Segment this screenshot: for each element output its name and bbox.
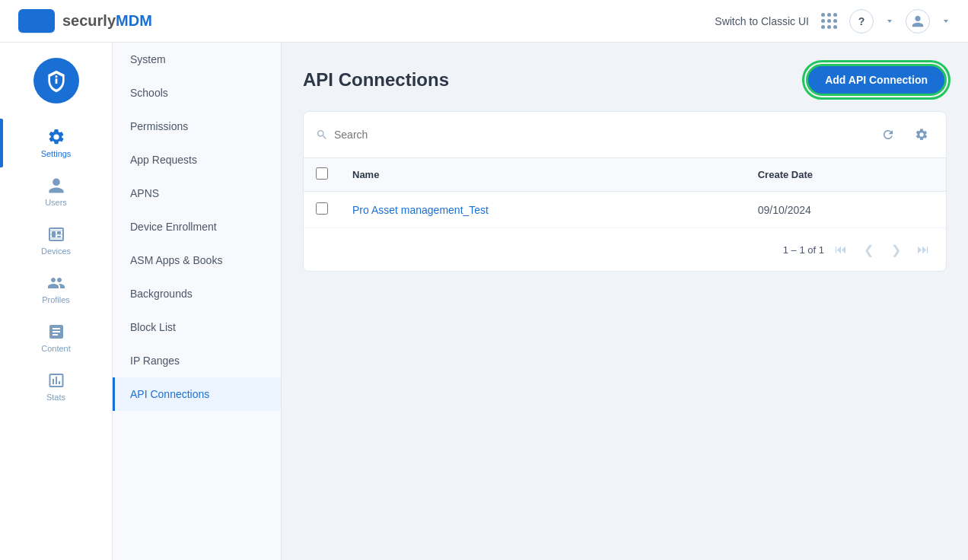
settings-button[interactable] (909, 123, 934, 147)
svg-rect-0 (52, 231, 56, 237)
search-bar-actions (876, 123, 934, 147)
brand-logo: securlyMDM (18, 9, 152, 33)
menu-item-asm-apps-books[interactable]: ASM Apps & Books (113, 243, 281, 277)
sidebar-item-content[interactable]: Content (0, 313, 112, 362)
svg-rect-1 (57, 231, 61, 234)
menu-item-ip-ranges[interactable]: IP Ranges (113, 344, 281, 377)
row-checkbox[interactable] (316, 202, 328, 215)
menu-item-apns[interactable]: APNS (113, 177, 281, 210)
pagination-prev-button[interactable]: ❮ (858, 239, 879, 260)
sidebar-item-settings[interactable]: Settings (0, 119, 112, 167)
refresh-icon (881, 128, 895, 142)
pagination-last-button[interactable]: ⏭ (912, 239, 934, 260)
menu-item-backgrounds[interactable]: Backgrounds (113, 277, 281, 310)
menu-item-device-enrollment[interactable]: Device Enrollment (113, 210, 281, 243)
help-chevron-icon (886, 18, 893, 25)
gear-icon (915, 128, 928, 142)
table-header-row: Name Create Date (304, 158, 946, 192)
switch-classic-link[interactable]: Switch to Classic UI (715, 15, 809, 27)
menu-item-app-requests[interactable]: App Requests (113, 143, 281, 177)
column-header-name: Name (340, 158, 746, 192)
pagination-first-button[interactable]: ⏮ (830, 239, 852, 260)
icon-sidebar: Settings Users Devices Profil (0, 43, 113, 560)
column-header-create-date: Create Date (746, 158, 946, 192)
header-checkbox-cell (304, 158, 340, 192)
sidebar-item-stats[interactable]: Stats (0, 362, 112, 411)
users-icon (47, 177, 65, 195)
select-all-checkbox[interactable] (316, 167, 328, 180)
user-chevron-icon (942, 18, 950, 25)
svg-rect-2 (57, 236, 61, 237)
sidebar-item-profiles[interactable]: Profiles (0, 265, 112, 313)
menu-item-schools[interactable]: Schools (113, 76, 281, 110)
sidebar-item-settings-label: Settings (41, 149, 72, 158)
search-icon (316, 129, 328, 141)
main-content: API Connections Add API Connection (282, 43, 968, 560)
sidebar-item-stats-label: Stats (46, 393, 65, 402)
settings-icon (47, 128, 65, 146)
sidebar-item-users[interactable]: Users (0, 167, 112, 216)
search-input[interactable] (334, 129, 870, 141)
brand-name: securlyMDM (62, 12, 152, 30)
api-connections-table: Name Create Date Pro Asset management_Te… (304, 158, 946, 228)
sidebar-item-content-label: Content (41, 344, 71, 353)
sidebar-item-devices[interactable]: Devices (0, 216, 112, 265)
menu-item-permissions[interactable]: Permissions (113, 110, 281, 143)
refresh-button[interactable] (876, 123, 900, 147)
apps-grid-icon[interactable] (821, 13, 837, 29)
stats-icon (47, 371, 65, 390)
menu-item-api-connections[interactable]: API Connections (113, 377, 281, 411)
pagination: 1 – 1 of 1 ⏮ ❮ ❯ ⏭ (304, 228, 946, 271)
api-connections-table-card: Name Create Date Pro Asset management_Te… (303, 111, 947, 272)
user-avatar[interactable] (906, 9, 930, 33)
row-create-date: 09/10/2024 (746, 192, 946, 228)
add-api-connection-button[interactable]: Add API Connection (806, 64, 947, 96)
pagination-summary: 1 – 1 of 1 (783, 244, 824, 256)
profiles-icon (47, 274, 65, 292)
menu-item-block-list[interactable]: Block List (113, 310, 281, 344)
pagination-next-button[interactable]: ❯ (885, 239, 906, 260)
menu-item-system[interactable]: System (113, 43, 281, 76)
row-checkbox-cell (304, 192, 340, 228)
page-header: API Connections Add API Connection (303, 64, 947, 96)
devices-icon (47, 225, 65, 243)
row-name: Pro Asset management_Test (340, 192, 746, 228)
sidebar-logo-icon (44, 68, 68, 93)
search-bar (304, 112, 946, 158)
help-button[interactable]: ? (849, 9, 874, 33)
sidebar-item-users-label: Users (45, 198, 67, 207)
table-row: Pro Asset management_Test 09/10/2024 (304, 192, 946, 228)
sidebar-item-devices-label: Devices (41, 247, 71, 256)
page-title: API Connections (303, 69, 449, 91)
sidebar-item-profiles-label: Profiles (42, 295, 70, 304)
content-icon (47, 323, 65, 341)
settings-sidebar: System Schools Permissions App Requests … (113, 43, 282, 560)
sidebar-logo (33, 58, 79, 103)
